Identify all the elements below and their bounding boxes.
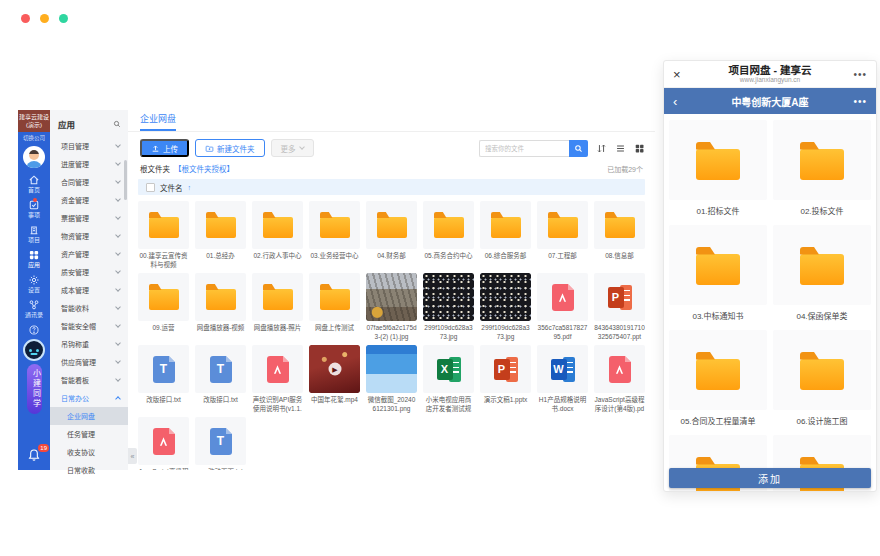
more-button[interactable]: 更多 — [271, 139, 314, 157]
file-item[interactable]: 03.业务经营中心 — [309, 201, 360, 269]
file-item[interactable]: 04.财务部 — [366, 201, 417, 269]
file-item[interactable]: 07.工程部 — [537, 201, 588, 269]
rail-item-home[interactable]: 首页 — [28, 174, 40, 193]
sidebar-group-11[interactable]: 吊钩称重 — [50, 335, 128, 353]
file-item[interactable]: ▶中国年花絮.mp4 — [309, 345, 360, 413]
list-view-icon[interactable] — [614, 142, 626, 154]
sidebar-group-4[interactable]: 票据管理 — [50, 209, 128, 227]
sort-ascending-icon[interactable]: ↑ — [188, 184, 192, 191]
file-item[interactable]: T改版接口.txt — [138, 345, 189, 413]
file-item[interactable]: 网盘上传测试 — [309, 273, 360, 341]
file-name: JavaScript高级程序设计(第4版).pdf — [138, 468, 189, 470]
sidebar-group-0[interactable]: 项目管理 — [50, 137, 128, 155]
sidebar-group-3[interactable]: 资金管理 — [50, 191, 128, 209]
maximize-window-dot[interactable] — [59, 14, 68, 23]
search-button[interactable] — [569, 140, 588, 157]
file-name-column-header[interactable]: 文件名 — [160, 182, 183, 193]
rail-item-help[interactable] — [28, 324, 40, 336]
org-badge[interactable]: 建享云建设 (演示) — [18, 110, 50, 132]
file-item[interactable]: 05.商务合约中心 — [423, 201, 474, 269]
file-item[interactable]: 356c7ca581782795.pdf — [537, 273, 588, 341]
new-folder-button[interactable]: 新建文件夹 — [195, 139, 265, 157]
sidebar-group-13[interactable]: 智能看板 — [50, 371, 128, 389]
sidebar-group-6[interactable]: 资产管理 — [50, 245, 128, 263]
file-item[interactable]: 07fae5f6a2c175d3-(2) (1).jpg — [366, 273, 417, 341]
close-icon[interactable]: × — [673, 68, 681, 81]
sidebar-subitem-1[interactable]: 任务管理 — [50, 425, 128, 443]
file-item[interactable]: 01.总经办 — [195, 201, 246, 269]
file-item[interactable]: Tcss改动页面.txt — [195, 417, 246, 470]
more-menu-icon[interactable]: ••• — [853, 69, 867, 80]
file-item[interactable]: 06.综合服务部 — [480, 201, 531, 269]
file-item[interactable]: 02.行政人事中心 — [252, 201, 303, 269]
sidebar-group-7[interactable]: 质安管理 — [50, 263, 128, 281]
rail-item-contacts[interactable]: 通讯录 — [25, 299, 43, 318]
sort-order-icon[interactable] — [595, 142, 607, 154]
assistant-robot-icon[interactable] — [23, 339, 45, 361]
file-item[interactable]: P84364380191710325675407.ppt — [594, 273, 645, 341]
sidebar-subitem-0[interactable]: 企业网盘 — [50, 407, 128, 425]
folder-more-icon[interactable]: ••• — [853, 96, 867, 107]
file-item[interactable]: P演示文稿1.pptx — [480, 345, 531, 413]
sidebar-group-14[interactable]: 日常办公 — [50, 389, 128, 407]
close-window-dot[interactable] — [21, 14, 30, 23]
sidebar-group-1[interactable]: 进度管理 — [50, 155, 128, 173]
file-item[interactable]: JavaScript高级程序设计(第4版).pdf — [138, 417, 189, 470]
file-item[interactable]: 声纹识别API服务使用说明书(v1.1.3).pdf — [252, 345, 303, 413]
rail-item-apps[interactable]: 应用 — [28, 249, 40, 268]
rail-item-projects[interactable]: 项目 — [28, 224, 40, 243]
sidebar-group-8[interactable]: 成本管理 — [50, 281, 128, 299]
file-card — [252, 345, 303, 393]
file-card — [423, 273, 474, 321]
minimize-window-dot[interactable] — [40, 14, 49, 23]
mobile-folder-card[interactable]: 01.招标文件 — [669, 120, 767, 225]
file-item[interactable]: 09.运营 — [138, 273, 189, 341]
file-name: 中国年花絮.mp4 — [309, 396, 360, 413]
root-folder-auth-link[interactable]: 【根文件夹授权】 — [174, 163, 234, 174]
mobile-folder-card[interactable]: 02.投标文件 — [773, 120, 871, 225]
rail-item-settings[interactable]: 设置 — [28, 274, 40, 293]
mobile-folder-card[interactable]: 05.合同及工程量清单 — [669, 330, 767, 435]
breadcrumb-root[interactable]: 根文件夹 — [140, 163, 170, 174]
sidebar-group-2[interactable]: 合同管理 — [50, 173, 128, 191]
mobile-folder-card[interactable]: 06.设计施工图 — [773, 330, 871, 435]
file-item[interactable]: T改版接口.txt — [195, 345, 246, 413]
sidebar-group-5[interactable]: 物资管理 — [50, 227, 128, 245]
sidebar-group-12[interactable]: 供应商管理 — [50, 353, 128, 371]
file-item[interactable]: 00.建享云宣传资料与视频 — [138, 201, 189, 269]
switch-company-link[interactable]: 切换公司 — [23, 134, 45, 142]
back-chevron-icon[interactable]: ‹ — [673, 95, 677, 108]
sidebar-scrollbar[interactable] — [124, 160, 127, 200]
upload-button[interactable]: 上传 — [140, 139, 189, 157]
assistant-pill[interactable]: 小建同学 — [27, 364, 42, 414]
search-icon[interactable] — [113, 120, 121, 128]
projects-icon — [28, 224, 40, 236]
add-button[interactable]: 添加 — [669, 468, 871, 488]
file-item[interactable]: X小米电视应用商店开发者测试规范2019版.xlsx — [423, 345, 474, 413]
file-item[interactable]: JavaScript高级程序设计(第4版).pdf — [594, 345, 645, 413]
file-item[interactable]: 微信截图_202406121301.png — [366, 345, 417, 413]
rail-item-tasks[interactable]: 事项 — [28, 199, 40, 218]
mobile-folder-card[interactable]: 03.中标通知书 — [669, 225, 767, 330]
file-list-header: 文件名 ↑ — [138, 179, 645, 195]
notifications-bell[interactable]: 19 — [27, 448, 41, 462]
file-item[interactable]: 08.信息部 — [594, 201, 645, 269]
file-item[interactable]: 网盘播放器-照片 — [252, 273, 303, 341]
user-avatar[interactable] — [23, 146, 45, 168]
select-all-checkbox[interactable] — [146, 183, 155, 192]
file-item[interactable]: 299f109dc628a373.jpg — [423, 273, 474, 341]
sidebar-group-9[interactable]: 智能收料 — [50, 299, 128, 317]
mobile-folder-card[interactable]: 04.保函保单类 — [773, 225, 871, 330]
search-input[interactable] — [479, 140, 569, 157]
file-item[interactable]: 299f109dc628a373.jpg — [480, 273, 531, 341]
chevron-down-icon — [115, 214, 121, 220]
file-item[interactable]: 网盘播放器-视频 — [195, 273, 246, 341]
sidebar-subitem-2[interactable]: 收支协议 — [50, 443, 128, 461]
sidebar-group-10[interactable]: 智能安全帽 — [50, 317, 128, 335]
sidebar-subitem-3[interactable]: 日常收款 — [50, 461, 128, 479]
grid-view-icon[interactable] — [633, 142, 645, 154]
settings-icon — [28, 274, 40, 286]
tab-enterprise-drive[interactable]: 企业网盘 — [140, 112, 176, 131]
sidebar-collapse-handle[interactable]: « — [128, 448, 137, 464]
file-item[interactable]: WH1产品规格说明书.docx — [537, 345, 588, 413]
